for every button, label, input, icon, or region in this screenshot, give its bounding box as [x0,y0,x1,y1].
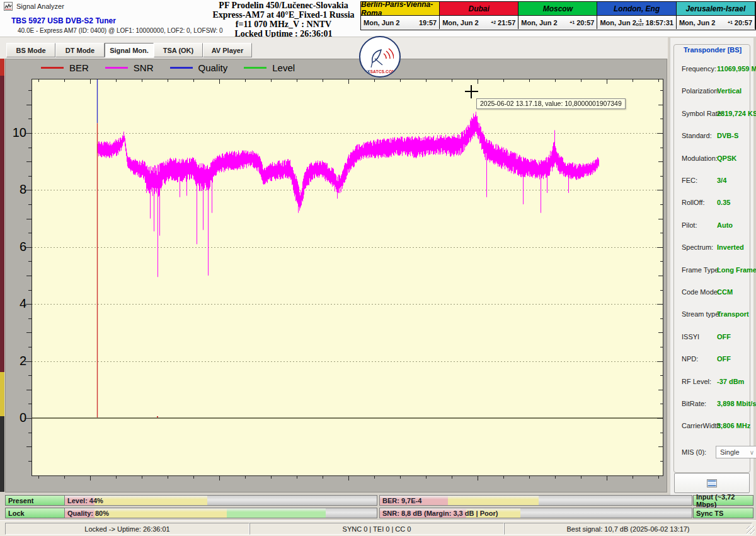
tab-dt-mode[interactable]: DT Mode [55,43,105,57]
mis-value: Single [720,448,740,456]
tp-row-label-1: Polarization: [682,87,720,95]
tp-row-label-6: RollOff: [682,199,704,206]
background-window-sliver-red [0,59,4,76]
chevron-down-icon: ∨ [750,449,754,456]
tp-row-label-3: Standard: [682,132,712,139]
statusbar: Locked -> Uptime: 26:36:01 SYNC 0 | TEI … [0,520,756,536]
statusbar-best-signal: Best signal: 10,7 dB (2025-06-02 13:17) [504,523,752,535]
tp-row-value-6: 0.35 [717,199,730,206]
satellite-dish-icon [366,44,394,69]
signal-analyzer-window: Signal Analyzer TBS 5927 USB DVB-S2 Tune… [0,0,756,536]
tp-row-label-5: FEC: [682,177,697,184]
tp-row-value-11: Transport [717,310,749,318]
legend-label: Quality [198,62,228,73]
lock-badge: Lock [5,508,66,518]
transponder-list-button[interactable] [674,473,750,493]
tp-row-value-1: Vertical [717,87,742,95]
tab-signal-mon-[interactable]: Signal Mon. [105,43,154,57]
site-line-1: PF Prodelin 450/Lučenec-Slovakia [208,1,359,10]
gauge-snr: SNR: 8,8 dB (Margin: 3,3 dB | Poor) [379,508,692,518]
tp-row-value-3: DVB-S [717,132,738,139]
tp-row-value-9: Long Frame [717,266,756,274]
tab-bs-mode[interactable]: BS Mode [6,43,55,57]
background-window-sliver-maroon [0,76,4,372]
tab-strip: BS ModeDT ModeSignal Mon.TSA (OK)AV Play… [0,37,668,59]
sync-ts-badge: Sync TS [693,508,753,518]
legend-line-quality [170,67,193,69]
gauge-level: Level: 44% [64,495,377,506]
tp-row-label-7: Pilot: [682,221,697,229]
background-window-sliver-yellow [0,372,4,416]
legend-line-ber [41,67,64,69]
legend-item-ber: BER [41,62,89,73]
header: Signal Analyzer TBS 5927 USB DVB-S2 Tune… [0,0,756,37]
gauge-quality-seg-1 [94,508,227,518]
clock-city-1: Dubai [440,2,518,16]
tp-row-label-4: Modulation: [682,154,718,162]
tp-row-value-13: OFF [717,355,731,363]
gauge-ber-label: BER: 9,7E-4 [382,496,421,505]
present-label: Present [8,497,33,504]
window-title: Signal Analyzer [16,3,64,10]
transponder-groupbox: Transponder [BS] Frequency:11069,959 MHz… [673,44,750,473]
app-icon [4,2,13,11]
gauge-ber: BER: 9,7E-4 [379,495,692,506]
statusbar-uptime: Locked -> Uptime: 26:36:01 [5,523,249,535]
statusbar-sync-counters: SYNC 0 | TEI 0 | CC 0 [249,523,504,535]
legend-line-snr [105,67,128,69]
tp-row-value-12: OFF [717,333,731,341]
clock-time-3: Mon, Jun 2-1DST18:57:31 [597,16,677,29]
lock-label: Lock [8,510,25,517]
tp-row-label-0: Frequency: [682,65,716,73]
gauge-ber-seg-1 [448,496,539,505]
tp-row-label-11: Stream type: [682,310,721,318]
gauge-level-label: Level: 44% [67,496,103,505]
site-info: PF Prodelin 450/Lučenec-Slovakia Express… [208,1,359,38]
background-window-sliver-dark [0,416,4,492]
input-label: Input (~3,72 Mbps) [696,493,753,508]
sync-ts-label: Sync TS [696,510,723,517]
legend-label: BER [69,62,89,73]
tp-row-label-14: RF Level: [682,378,711,385]
transponder-sidebar: Transponder [BS] Frequency:11069,959 MHz… [670,38,753,496]
tuner-subtitle: 40.0E - Express AM7 (ID: 0400) @ LOF1: 1… [18,27,223,34]
crosshair-cursor-h [465,91,478,92]
tp-row-value-15: 3,898 Mbit/s [717,400,756,407]
clock-time-1: Mon, Jun 2+221:57 [440,16,518,29]
tp-row-label-8: Spectrum: [682,243,713,251]
clock-time-2: Mon, Jun 2+120:57 [518,16,597,29]
snr-monitor-chart[interactable] [21,75,665,481]
mis-label: MIS (0): [682,448,706,456]
clock-city-3: London, Eng [597,2,677,16]
legend-item-level: Level [244,62,295,73]
tab-tsa-ok-[interactable]: TSA (OK) [154,43,203,57]
tp-row-value-5: 3/4 [717,177,726,184]
clock-city-0: Berlin-Paris-Vienna-Roma [361,2,440,16]
tp-row-value-2: 2819,724 KS/s [717,110,756,117]
world-clocks: Berlin-Paris-Vienna-RomaDubaiMoscowLondo… [360,1,756,30]
tp-row-label-13: NPD: [682,355,698,363]
tp-row-value-4: QPSK [717,154,736,162]
clock-time-0: Mon, Jun 219:57 [361,16,440,29]
mis-dropdown[interactable]: Single ∨ [716,446,756,458]
dxsatcs-logo: DXSATCS.COM [359,36,401,78]
gauge-snr-label: SNR: 8,8 dB (Margin: 3,3 dB | Poor) [382,508,498,518]
present-badge: Present [5,495,66,506]
legend-label: SNR [134,62,154,73]
tuner-title: TBS 5927 USB DVB-S2 Tuner [11,16,116,25]
gauge-quality-label: Quality: 80% [67,508,109,518]
site-line-3: f=11 070 MHz_V : NNTV [208,20,359,29]
clock-city-4: Jerusalem-Israel [677,2,755,16]
chart-tooltip: 2025-06-02 13.17.18, value: 10,800000190… [476,98,626,109]
tp-row-value-8: Inverted [717,243,744,251]
tp-row-label-9: Frame Type: [682,266,721,274]
titlebar: Signal Analyzer [4,1,64,11]
tp-row-value-7: Auto [717,221,733,229]
tp-row-value-14: -37 dBm [717,378,744,385]
tab-av-player[interactable]: AV Player [203,43,252,57]
tp-row-label-12: ISSYI [682,333,699,341]
tp-row-value-10: CCM [717,288,733,296]
tp-row-value-0: 11069,959 MHz [717,65,756,73]
resize-grip[interactable] [747,526,755,534]
tp-row-label-10: Code Mode: [682,288,719,296]
